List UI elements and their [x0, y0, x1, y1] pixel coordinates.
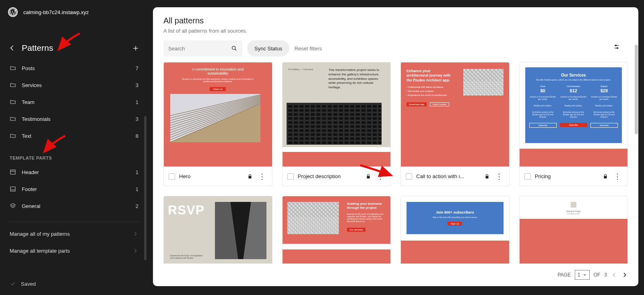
- select-checkbox[interactable]: [524, 173, 531, 180]
- svg-rect-83: [361, 113, 365, 116]
- pattern-preview: Guiding your business through the projec…: [283, 196, 391, 264]
- page-select[interactable]: 1: [575, 270, 590, 280]
- svg-rect-44: [333, 105, 337, 108]
- lock-icon: [484, 174, 490, 179]
- wordpress-logo-icon[interactable]: [8, 7, 18, 17]
- sidebar-item-team[interactable]: Team1: [5, 93, 143, 110]
- svg-rect-126: [316, 125, 320, 128]
- svg-rect-165: [345, 133, 349, 136]
- svg-rect-167: [356, 133, 360, 136]
- next-page-icon[interactable]: [621, 272, 628, 278]
- svg-rect-55: [299, 109, 303, 112]
- select-checkbox[interactable]: [406, 173, 412, 180]
- svg-rect-205: [378, 141, 382, 144]
- svg-rect-106: [299, 121, 303, 124]
- svg-rect-158: [305, 133, 309, 136]
- svg-rect-72: [299, 113, 303, 116]
- page-title: All patterns: [163, 16, 628, 25]
- svg-rect-114: [345, 121, 349, 124]
- pattern-name: Project description: [298, 173, 362, 179]
- main-panel: All patterns A list of all patterns from…: [153, 7, 638, 286]
- svg-rect-127: [322, 125, 326, 128]
- sidebar-item-services[interactable]: Services3: [5, 77, 143, 93]
- svg-rect-82: [356, 113, 360, 116]
- back-icon[interactable]: [8, 44, 16, 52]
- svg-rect-164: [339, 133, 343, 136]
- svg-rect-162: [328, 133, 332, 136]
- svg-rect-111: [328, 121, 332, 124]
- more-actions-button[interactable]: ⋮: [257, 173, 267, 180]
- sidebar-item-header[interactable]: Header1: [5, 164, 143, 181]
- svg-rect-118: [367, 121, 371, 124]
- chevron-down-icon: [583, 273, 587, 277]
- svg-rect-51: [373, 105, 377, 108]
- svg-point-4: [232, 46, 235, 50]
- svg-rect-199: [345, 141, 349, 144]
- svg-rect-170: [373, 133, 377, 136]
- sidebar-item-text[interactable]: Text8: [5, 127, 143, 144]
- svg-rect-67: [367, 109, 371, 112]
- svg-rect-157: [299, 133, 303, 136]
- site-name[interactable]: calming-bb7c24.instawp.xyz: [23, 9, 89, 15]
- svg-rect-125: [311, 125, 315, 128]
- pattern-card[interactable]: Sample Page Designed with: [519, 196, 628, 264]
- pattern-preview: Our Services We offer flexible options, …: [520, 62, 628, 166]
- svg-rect-89: [299, 117, 303, 120]
- manage-template-parts-link[interactable]: Manage all template parts: [5, 242, 143, 259]
- svg-rect-61: [333, 109, 337, 112]
- pattern-card[interactable]: Our Services We offer flexible options, …: [519, 62, 628, 186]
- svg-rect-68: [373, 109, 377, 112]
- category-list: Posts7Services3Team1Testimonials3Text8: [5, 60, 143, 144]
- svg-rect-196: [328, 141, 332, 144]
- pattern-card[interactable]: Join 900+ subscribers Stay in the loop w…: [400, 196, 510, 264]
- sync-status-button[interactable]: Sync Status: [247, 40, 289, 56]
- sidebar-item-general[interactable]: General2: [5, 197, 143, 214]
- svg-rect-185: [361, 137, 365, 140]
- svg-rect-48: [356, 105, 360, 108]
- pattern-card[interactable]: RSVP Experience the fusion of imaginatio…: [163, 196, 272, 264]
- svg-rect-186: [367, 137, 371, 140]
- svg-rect-46: [345, 105, 349, 108]
- sidebar-item-testimonials[interactable]: Testimonials3: [5, 110, 143, 127]
- chevron-right-icon: [132, 231, 138, 237]
- svg-rect-119: [373, 121, 377, 124]
- filter-settings-icon[interactable]: [613, 44, 620, 50]
- sidebar-item-footer[interactable]: Footer1: [5, 181, 143, 197]
- svg-rect-150: [356, 129, 360, 132]
- svg-rect-130: [339, 125, 343, 128]
- pattern-card[interactable]: Art Gallery — Overview This transformati…: [282, 62, 391, 186]
- pattern-card[interactable]: A commitment to innovation and sustainab…: [163, 62, 272, 186]
- svg-rect-144: [322, 129, 326, 132]
- sidebar-item-posts[interactable]: Posts7: [5, 60, 143, 77]
- svg-rect-71: [294, 113, 298, 116]
- pagination: PAGE 1 OF 3: [153, 264, 638, 286]
- add-pattern-button[interactable]: ＋: [131, 42, 140, 54]
- panel-scrollbar[interactable]: [635, 45, 638, 134]
- svg-rect-41: [316, 105, 320, 108]
- svg-rect-129: [333, 125, 337, 128]
- reset-filters-link[interactable]: Reset filters: [294, 46, 322, 52]
- svg-rect-74: [311, 113, 315, 116]
- template-parts-label: TEMPLATE PARTS: [5, 144, 143, 164]
- svg-rect-190: [294, 141, 298, 144]
- svg-rect-135: [367, 125, 371, 128]
- svg-rect-193: [311, 141, 315, 144]
- svg-rect-143: [316, 129, 320, 132]
- footer-icon: [10, 186, 16, 192]
- pattern-card[interactable]: Guiding your business through the projec…: [282, 196, 391, 264]
- pattern-card[interactable]: Enhance your architectural journey with …: [400, 62, 510, 186]
- sidebar-scrollbar[interactable]: [144, 116, 147, 260]
- more-actions-button[interactable]: ⋮: [612, 173, 623, 180]
- svg-rect-65: [356, 109, 360, 112]
- manage-patterns-link[interactable]: Manage all of my patterns: [5, 225, 143, 242]
- select-checkbox[interactable]: [169, 173, 175, 180]
- search-input[interactable]: Search: [163, 40, 242, 56]
- svg-rect-166: [350, 133, 354, 136]
- more-actions-button[interactable]: ⋮: [494, 173, 504, 180]
- general-icon: [10, 203, 16, 209]
- prev-page-icon[interactable]: [611, 272, 617, 278]
- svg-rect-151: [361, 129, 365, 132]
- select-checkbox[interactable]: [287, 173, 294, 180]
- svg-rect-50: [367, 105, 371, 108]
- more-actions-button[interactable]: ⋮: [375, 173, 386, 180]
